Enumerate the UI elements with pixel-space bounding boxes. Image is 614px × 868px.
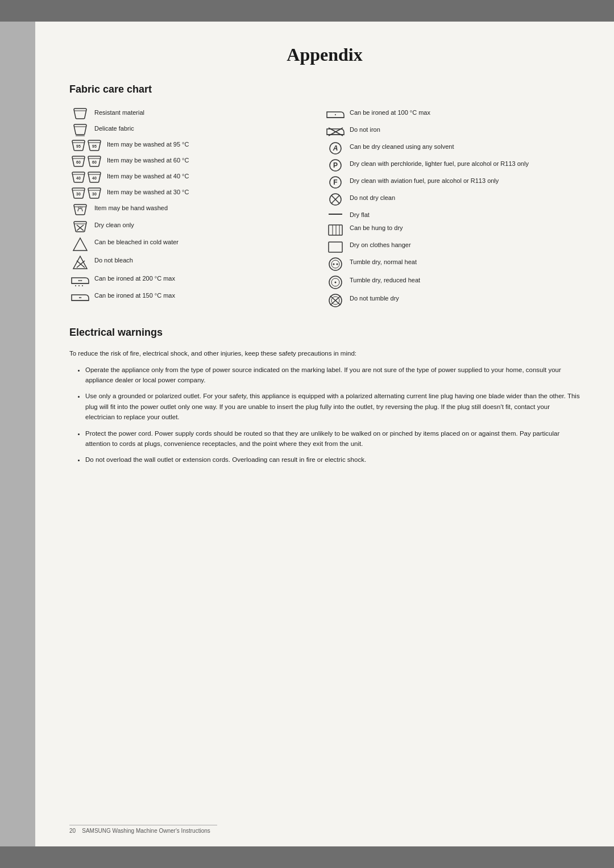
svg-point-57 — [329, 258, 342, 270]
tub-60-icon: 60 60 — [69, 155, 103, 168]
hung-dry-icon — [325, 223, 346, 236]
tumble-normal-icon — [325, 257, 346, 272]
care-item-resistant: Resistant material — [69, 106, 325, 122]
svg-text:••: •• — [79, 295, 82, 299]
care-grid: Resistant material Delicate fabric — [69, 106, 580, 310]
tumble-normal-label: Tumble dry, normal heat — [350, 257, 417, 266]
hanger-icon — [325, 240, 346, 253]
no-bleach-label: Do not bleach — [94, 255, 133, 265]
no-bleach-icon — [69, 255, 91, 270]
svg-point-31 — [75, 285, 76, 286]
svg-point-33 — [82, 285, 83, 286]
care-item-delicate: Delicate fabric — [69, 122, 325, 137]
svg-point-59 — [333, 264, 335, 265]
top-decorative-bar — [0, 0, 614, 22]
svg-text:95: 95 — [92, 144, 97, 148]
svg-text:30: 30 — [92, 192, 97, 196]
wash95-label: Item may be washed at 95 °C — [107, 139, 189, 149]
care-item-circle-f: F Dry clean with aviation fuel, pure alc… — [325, 174, 580, 191]
svg-text:P: P — [333, 161, 338, 169]
care-item-circle-a: A Can be dry cleaned using any solvent — [325, 140, 580, 157]
handwash-label: Item may be hand washed — [94, 203, 168, 212]
svg-rect-52 — [329, 225, 342, 235]
care-item-hanger: Dry on clothes hanger — [325, 238, 580, 255]
circle-p-icon: P — [325, 158, 346, 172]
hanger-label: Dry on clothes hanger — [350, 240, 411, 249]
iron-200-icon: ••• — [69, 273, 91, 287]
wash60-label: Item may be washed at 60 °C — [107, 155, 189, 165]
left-decorative-bar — [0, 22, 35, 846]
page-content: Appendix Fabric care chart Resistant — [35, 22, 614, 846]
care-right-column: • Can be ironed at 100 °C max — [325, 106, 580, 310]
care-item-dry-flat: Dry flat — [325, 208, 580, 221]
bleach-cold-icon — [69, 237, 91, 252]
circle-f-label: Dry clean with aviation fuel, pure alcoh… — [350, 176, 499, 185]
no-tumble-label: Do not tumble dry — [350, 293, 399, 303]
svg-text:95: 95 — [76, 144, 81, 148]
no-iron-icon — [325, 124, 346, 138]
electrical-title: Electrical warnings — [69, 327, 580, 339]
electrical-intro: To reduce the risk of fire, electrical s… — [69, 349, 580, 358]
svg-text:40: 40 — [76, 176, 81, 180]
svg-text:•••: ••• — [78, 278, 83, 282]
page-title: Appendix — [69, 44, 580, 65]
bullet-2: Use only a grounded or polarized outlet.… — [85, 391, 580, 422]
svg-text:A: A — [333, 144, 338, 152]
footer: 20 SAMSUNG Washing Machine Owner's Instr… — [69, 825, 217, 834]
svg-text:•: • — [335, 112, 337, 116]
care-item-wash40: 40 40 Item may be washed at 40 °C — [69, 169, 325, 185]
care-item-bleach-cold: Can be bleached in cold water — [69, 235, 325, 253]
circle-a-label: Can be dry cleaned using any solvent — [350, 141, 454, 151]
iron200-label: Can be ironed at 200 °C max — [94, 273, 175, 283]
bullet-3: Protect the power cord. Power supply cor… — [85, 428, 580, 449]
care-item-no-iron: Do not iron — [325, 123, 580, 140]
svg-text:60: 60 — [92, 160, 97, 164]
bullet-4: Do not overload the wall outlet or exten… — [85, 454, 580, 465]
circle-a-icon: A — [325, 141, 346, 155]
bottom-decorative-bar — [0, 846, 614, 868]
svg-text:40: 40 — [92, 176, 97, 180]
svg-marker-27 — [73, 256, 87, 269]
care-item-wash30: 30 30 Item may be washed at 30 °C — [69, 185, 325, 201]
delicate-label: Delicate fabric — [94, 123, 134, 133]
hung-dry-label: Can be hung to dry — [350, 223, 403, 232]
svg-rect-56 — [329, 242, 342, 252]
care-item-no-tumble: Do not tumble dry — [325, 291, 580, 310]
dryclean-label: Dry clean only — [94, 220, 134, 229]
bleach-cold-label: Can be bleached in cold water — [94, 237, 179, 247]
bullet-1: Operate the appliance only from the type… — [85, 365, 580, 386]
no-dryclean-label: Do not dry clean — [350, 193, 395, 202]
tumble-reduced-icon — [325, 275, 346, 290]
care-left-column: Resistant material Delicate fabric — [69, 106, 325, 310]
circle-f-icon: F — [325, 176, 346, 189]
dry-flat-label: Dry flat — [350, 210, 370, 219]
wash30-label: Item may be washed at 30 °C — [107, 187, 189, 197]
iron150-label: Can be ironed at 150 °C max — [94, 290, 175, 300]
handwash-icon — [69, 203, 91, 216]
care-item-tumble-normal: Tumble dry, normal heat — [325, 255, 580, 273]
care-item-iron150: •• Can be ironed at 150 °C max — [69, 289, 325, 306]
footer-page: 20 — [69, 828, 76, 834]
svg-text:60: 60 — [76, 160, 81, 164]
svg-point-32 — [78, 285, 80, 286]
resistant-label: Resistant material — [94, 107, 144, 117]
iron-100-icon: • — [325, 107, 346, 121]
care-item-wash60: 60 60 Item may be washed at 60 °C — [69, 153, 325, 169]
care-item-iron200: ••• Can be ironed at 200 °C max — [69, 272, 325, 289]
svg-point-63 — [335, 282, 337, 283]
fabric-care-title: Fabric care chart — [69, 84, 580, 95]
svg-marker-26 — [73, 238, 87, 251]
svg-point-58 — [331, 260, 339, 268]
iron-150-icon: •• — [69, 290, 91, 304]
no-iron-label: Do not iron — [350, 124, 380, 134]
care-item-iron100: • Can be ironed at 100 °C max — [325, 106, 580, 123]
tub-95-icon: 95 95 — [69, 139, 103, 152]
tub-icon — [69, 107, 91, 120]
tumble-reduced-label: Tumble dry, reduced heat — [350, 275, 420, 285]
circle-p-label: Dry clean with perchloride, lighter fuel… — [350, 158, 529, 168]
care-item-tumble-reduced: Tumble dry, reduced heat — [325, 273, 580, 291]
dryclean-icon — [69, 220, 91, 233]
care-item-circle-p: P Dry clean with perchloride, lighter fu… — [325, 157, 580, 174]
dry-flat-icon — [325, 210, 346, 219]
svg-point-60 — [337, 264, 338, 265]
